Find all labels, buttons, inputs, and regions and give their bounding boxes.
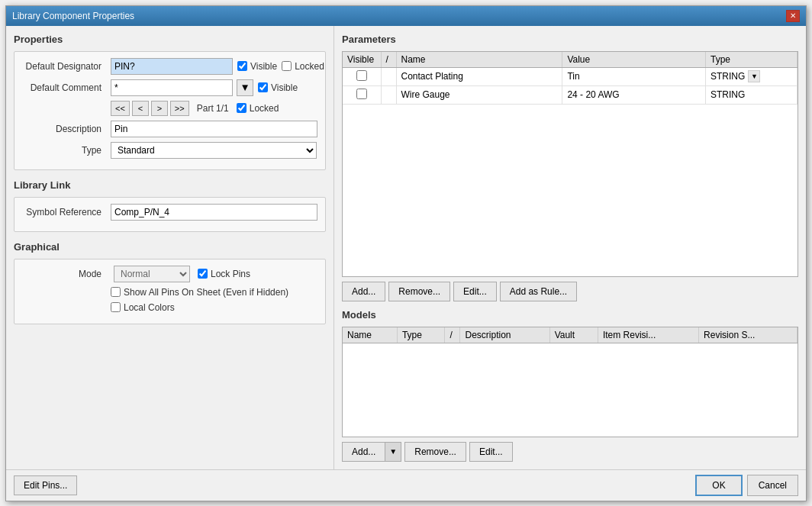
locked2-checkbox-group[interactable]: Locked <box>237 103 279 114</box>
comment-dropdown-btn[interactable]: ▼ <box>237 79 253 96</box>
params-edit-btn[interactable]: Edit... <box>453 282 497 301</box>
table-row: Wire Gauge 24 - 20 AWG STRING <box>343 85 798 104</box>
description-label: Description <box>22 124 106 134</box>
description-row: Description <box>22 121 317 137</box>
graphical-header: Graphical <box>14 241 326 253</box>
nav-last-btn[interactable]: >> <box>170 101 189 116</box>
library-link-header: Library Link <box>14 179 326 191</box>
col-type-header: Type <box>706 52 798 68</box>
models-edit-btn[interactable]: Edit... <box>469 442 513 462</box>
col-type-header: Type <box>397 327 445 343</box>
params-btn-row: Add... Remove... Edit... Add as Rule... <box>342 282 798 301</box>
params-add-btn[interactable]: Add... <box>342 282 385 301</box>
row1-type-text: STRING <box>710 71 745 82</box>
designator-input[interactable] <box>111 58 233 75</box>
locked2-checkbox[interactable] <box>237 103 246 113</box>
mode-select[interactable]: Normal <box>114 266 190 282</box>
title-bar: Library Component Properties ✕ <box>6 6 806 26</box>
nav-next-btn[interactable]: > <box>151 101 168 116</box>
bottom-right-btns: OK Cancel <box>695 475 798 496</box>
show-pins-row: Show All Pins On Sheet (Even if Hidden) <box>22 287 317 298</box>
models-header: Models <box>342 309 798 321</box>
visible-checkbox[interactable] <box>237 61 247 71</box>
visible2-label: Visible <box>271 82 298 93</box>
col-slash-header: / <box>381 52 396 68</box>
comment-row: Default Comment ▼ Visible <box>22 79 317 96</box>
close-button[interactable]: ✕ <box>786 10 800 22</box>
bottom-bar: Edit Pins... OK Cancel <box>6 469 806 501</box>
symbol-ref-row: Symbol Reference <box>22 204 317 221</box>
models-add-dropdown-btn[interactable]: ▼ <box>385 442 401 462</box>
graphical-section: Graphical Mode Normal Lock Pins <box>14 241 326 324</box>
col-item-revisi-header: Item Revisi... <box>598 327 698 343</box>
parameters-table-container: Visible / Name Value Type <box>342 51 798 277</box>
parameters-table: Visible / Name Value Type <box>343 52 798 105</box>
models-table-container: Name Type / Description Vault Item Revis… <box>342 327 798 437</box>
nav-first-btn[interactable]: << <box>111 101 130 116</box>
locked-label: Locked <box>295 61 324 72</box>
col-description-header: Description <box>460 327 549 343</box>
models-remove-btn[interactable]: Remove... <box>404 442 466 462</box>
col-name-header: Name <box>343 327 397 343</box>
models-add-btn[interactable]: Add... <box>342 442 385 462</box>
cancel-btn[interactable]: Cancel <box>747 475 798 496</box>
models-header-row: Name Type / Description Vault Item Revis… <box>343 327 798 343</box>
row1-slash-cell <box>381 67 396 85</box>
comment-label: Default Comment <box>22 82 106 93</box>
nav-controls: << < > >> <box>111 101 189 116</box>
designator-label: Default Designator <box>22 61 106 72</box>
params-add-rule-btn[interactable]: Add as Rule... <box>500 282 577 301</box>
show-all-pins-group[interactable]: Show All Pins On Sheet (Even if Hidden) <box>111 287 288 298</box>
row1-type-cell: STRING ▼ <box>706 67 798 85</box>
locked-checkbox-group[interactable]: Locked <box>282 61 324 72</box>
row2-value-cell: 24 - 20 AWG <box>562 85 706 104</box>
local-colors-group[interactable]: Local Colors <box>111 302 175 313</box>
col-name-header: Name <box>396 52 562 68</box>
locked-checkbox[interactable] <box>282 61 292 71</box>
parameters-header: Parameters <box>342 34 798 45</box>
symbol-ref-input[interactable] <box>111 204 317 221</box>
row2-visible-checkbox[interactable] <box>356 89 367 99</box>
show-all-pins-checkbox[interactable] <box>111 287 121 297</box>
local-colors-row: Local Colors <box>22 302 317 313</box>
col-value-header: Value <box>562 52 706 68</box>
nav-prev-btn[interactable]: < <box>132 101 149 116</box>
row1-type-dropdown[interactable]: ▼ <box>748 70 760 82</box>
params-remove-btn[interactable]: Remove... <box>388 282 450 301</box>
params-header-row: Visible / Name Value Type <box>343 52 798 68</box>
type-label: Type <box>22 145 106 156</box>
col-vault-header: Vault <box>549 327 598 343</box>
ok-btn[interactable]: OK <box>695 475 742 496</box>
row2-slash-cell <box>381 85 396 104</box>
dialog: Library Component Properties ✕ Propertie… <box>5 5 807 501</box>
mode-label: Mode <box>22 269 106 279</box>
edit-pins-btn[interactable]: Edit Pins... <box>14 475 77 495</box>
symbol-ref-label: Symbol Reference <box>22 207 106 218</box>
dialog-title: Library Component Properties <box>12 11 134 21</box>
lock-pins-label: Lock Pins <box>211 269 250 279</box>
type-row: Type Standard <box>22 142 317 159</box>
dialog-body: Properties Default Designator Visible Lo… <box>6 26 806 469</box>
mode-row: Mode Normal Lock Pins <box>22 266 317 282</box>
col-visible-header: Visible <box>343 52 381 68</box>
col-slash-header: / <box>445 327 460 343</box>
models-btn-row: Add... ▼ Remove... Edit... <box>342 442 798 462</box>
visible2-checkbox-group[interactable]: Visible <box>258 82 298 93</box>
col-revision-s-header: Revision S... <box>699 327 798 343</box>
row1-visible-checkbox[interactable] <box>356 70 367 81</box>
local-colors-checkbox[interactable] <box>111 302 121 312</box>
type-select[interactable]: Standard <box>111 142 317 159</box>
lock-pins-group[interactable]: Lock Pins <box>198 269 250 279</box>
comment-input[interactable] <box>111 79 233 96</box>
models-section: Models Name Type / Description Vault Ite… <box>342 309 798 462</box>
visible2-checkbox[interactable] <box>258 82 268 92</box>
row2-type-text: STRING <box>710 89 745 100</box>
local-colors-label: Local Colors <box>124 302 175 313</box>
graphical-box: Mode Normal Lock Pins Show All Pins On S… <box>14 259 326 324</box>
properties-box: Default Designator Visible Locked <box>14 51 326 170</box>
description-input[interactable] <box>111 121 317 137</box>
lock-pins-checkbox[interactable] <box>198 269 208 279</box>
designator-row: Default Designator Visible Locked <box>22 58 317 75</box>
visible-checkbox-group[interactable]: Visible <box>237 61 277 72</box>
row1-value-cell: Tin <box>562 67 706 85</box>
